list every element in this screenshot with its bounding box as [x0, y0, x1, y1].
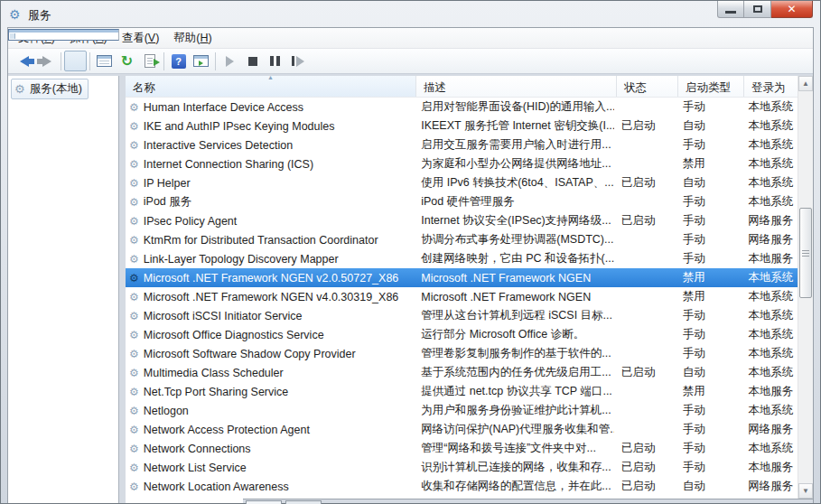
- export-list-icon[interactable]: [138, 51, 161, 71]
- service-gear-icon: ⚙: [129, 330, 139, 341]
- back-arrow-icon[interactable]: [13, 51, 35, 71]
- scrollbar-thumb[interactable]: [799, 208, 812, 298]
- close-icon: ✕: [787, 3, 796, 15]
- table-row[interactable]: ⚙Network Connections 管理“网络和拨号连接”文件夹中对...…: [126, 439, 798, 458]
- service-description-cell: iPod 硬件管理服务: [415, 194, 614, 210]
- maximize-button[interactable]: [744, 1, 771, 18]
- service-name-cell: ⚙Network Location Awareness: [126, 481, 415, 493]
- menu-item[interactable]: 帮助(H): [166, 28, 219, 49]
- service-status-cell: 已启动: [614, 441, 676, 456]
- toolbar-separator: [61, 52, 61, 70]
- table-row[interactable]: ⚙Network Location Awareness 收集和存储网络的配置信息…: [126, 477, 798, 496]
- service-logon-as-cell: 本地系统: [741, 308, 798, 323]
- window-body: 文件(F) 操作(A) 查看(V) 帮助(H) ↻ ?: [7, 27, 814, 503]
- service-description-cell: 识别计算机已连接的网络，收集和存...: [415, 460, 614, 475]
- column-header-status[interactable]: 状态: [617, 76, 678, 97]
- forward-arrow-icon[interactable]: [35, 51, 58, 71]
- view-tab-strip: [243, 499, 813, 503]
- service-name-cell: ⚙KtmRm for Distributed Transaction Coord…: [126, 234, 415, 247]
- service-gear-icon: ⚙: [129, 311, 139, 322]
- service-logon-as-cell: 本地系统: [741, 289, 798, 304]
- console-main: ⚙ 服务(本地) ▲ 名称 描述 状态 启动类型 登录为: [8, 75, 813, 503]
- view-tab[interactable]: [246, 500, 282, 504]
- service-gear-icon: ⚙: [129, 197, 139, 208]
- service-startup-type-cell: 禁用: [676, 156, 742, 172]
- service-gear-icon: ⚙: [129, 273, 139, 284]
- service-startup-type-cell: 手动: [676, 460, 742, 475]
- service-logon-as-cell: 网络服务: [741, 422, 798, 437]
- toolbar-separator: [89, 52, 90, 70]
- properties-window-icon[interactable]: [93, 51, 116, 71]
- table-row[interactable]: ⚙iPod 服务 iPod 硬件管理服务 手动 本地系统: [126, 192, 798, 211]
- service-name-cell: ⚙Netlogon: [126, 405, 415, 417]
- titlebar[interactable]: ⚙ 服务 ✕: [1, 1, 820, 27]
- service-gear-icon: ⚙: [129, 292, 139, 303]
- service-name-cell: ⚙Microsoft .NET Framework NGEN v2.0.5072…: [126, 272, 415, 285]
- resume-service-icon[interactable]: [286, 51, 309, 71]
- table-row[interactable]: ⚙Interactive Services Detection 启用交互服务需要…: [126, 135, 798, 154]
- table-row[interactable]: ⚙Microsoft .NET Framework NGEN v4.0.3031…: [126, 287, 798, 306]
- table-row[interactable]: ⚙Network List Service 识别计算机已连接的网络，收集和存..…: [126, 458, 798, 477]
- sort-ascending-icon: ▲: [267, 76, 274, 80]
- service-description-cell: Internet 协议安全(IPSec)支持网络级...: [415, 213, 614, 229]
- vertical-scrollbar[interactable]: ▲ ▼: [798, 76, 813, 499]
- service-startup-type-cell: 手动: [676, 194, 742, 210]
- service-description-cell: 网络访问保护(NAP)代理服务收集和管...: [415, 422, 614, 437]
- scroll-down-icon[interactable]: ▼: [798, 483, 813, 499]
- service-description-cell: IKEEXT 服务托管 Internet 密钥交换(I...: [415, 118, 614, 134]
- scroll-up-icon[interactable]: ▲: [798, 76, 813, 91]
- table-row[interactable]: ⚙Internet Connection Sharing (ICS) 为家庭和小…: [126, 154, 798, 173]
- column-header-startup-type[interactable]: 启动类型: [678, 76, 744, 97]
- minimize-button[interactable]: [717, 1, 744, 18]
- table-row[interactable]: ⚙Microsoft .NET Framework NGEN v2.0.5072…: [126, 268, 798, 287]
- extended-view-icon[interactable]: [190, 51, 212, 71]
- close-button[interactable]: ✕: [771, 1, 813, 18]
- service-gear-icon: ⚙: [129, 178, 139, 189]
- refresh-icon[interactable]: ↻: [116, 51, 138, 71]
- service-status-cell: 已启动: [614, 118, 676, 134]
- table-row[interactable]: ⚙Network Access Protection Agent 网络访问保护(…: [126, 420, 798, 439]
- service-gear-icon: ⚙: [129, 121, 139, 132]
- service-logon-as-cell: 本地系统: [741, 175, 798, 191]
- service-name-cell: ⚙IPsec Policy Agent: [126, 215, 415, 228]
- pause-service-icon[interactable]: [264, 51, 286, 71]
- table-row[interactable]: ⚙Net.Tcp Port Sharing Service 提供通过 net.t…: [126, 382, 798, 401]
- help-icon[interactable]: ?: [167, 51, 190, 71]
- toolbar-separator: [215, 52, 216, 70]
- stop-service-icon[interactable]: [241, 51, 264, 71]
- table-row[interactable]: ⚙Multimedia Class Scheduler 基于系统范围内的任务优先…: [126, 363, 798, 382]
- service-description-cell: 启用交互服务需要用户输入时进行用...: [415, 137, 614, 153]
- sidebar-item-services-local[interactable]: ⚙ 服务(本地): [11, 79, 89, 99]
- table-row[interactable]: ⚙Microsoft Office Diagnostics Service 运行…: [126, 325, 798, 344]
- show-console-tree-icon[interactable]: [64, 51, 87, 71]
- table-row[interactable]: ⚙Netlogon 为用户和服务身份验证维护此计算机... 手动 本地系统: [126, 401, 798, 420]
- column-header-description[interactable]: 描述: [416, 76, 617, 97]
- menu-item[interactable]: 查看(V): [115, 28, 167, 49]
- service-name-cell: ⚙Network List Service: [126, 462, 415, 474]
- table-row[interactable]: ⚙IP Helper 使用 IPv6 转换技术(6to4、ISATAP、... …: [126, 173, 798, 192]
- service-gear-icon: ⚙: [129, 349, 139, 359]
- table-row[interactable]: ⚙Human Interface Device Access 启用对智能界面设备…: [126, 98, 798, 117]
- service-startup-type-cell: 手动: [676, 403, 742, 418]
- service-startup-type-cell: 禁用: [676, 289, 742, 304]
- service-startup-type-cell: 禁用: [676, 384, 742, 399]
- service-name-cell: ⚙Microsoft Software Shadow Copy Provider: [126, 348, 415, 360]
- service-gear-icon: ⚙: [129, 425, 139, 435]
- table-row[interactable]: ⚙Microsoft Software Shadow Copy Provider…: [126, 344, 798, 363]
- column-header-logon-as[interactable]: 登录为: [744, 76, 801, 97]
- table-row[interactable]: ⚙KtmRm for Distributed Transaction Coord…: [126, 230, 798, 249]
- table-row[interactable]: ⚙Microsoft iSCSI Initiator Service 管理从这台…: [126, 306, 798, 325]
- service-logon-as-cell: 本地系统: [741, 365, 798, 380]
- service-description-cell: 管理从这台计算机到远程 iSCSI 目标...: [415, 308, 614, 323]
- service-description-cell: 管理“网络和拨号连接”文件夹中对...: [415, 441, 614, 456]
- column-header-name[interactable]: ▲ 名称: [126, 76, 416, 97]
- table-row[interactable]: ⚙IPsec Policy Agent Internet 协议安全(IPSec)…: [126, 211, 798, 230]
- service-name-cell: ⚙Link-Layer Topology Discovery Mapper: [126, 253, 415, 266]
- table-row[interactable]: ⚙Link-Layer Topology Discovery Mapper 创建…: [126, 249, 798, 268]
- table-row[interactable]: ⚙IKE and AuthIP IPsec Keying Modules IKE…: [126, 117, 798, 135]
- view-tab[interactable]: [285, 500, 322, 504]
- start-service-icon[interactable]: [219, 51, 241, 71]
- service-gear-icon: ⚙: [129, 368, 139, 378]
- service-startup-type-cell: 禁用: [676, 270, 742, 285]
- service-logon-as-cell: 本地系统: [741, 346, 798, 361]
